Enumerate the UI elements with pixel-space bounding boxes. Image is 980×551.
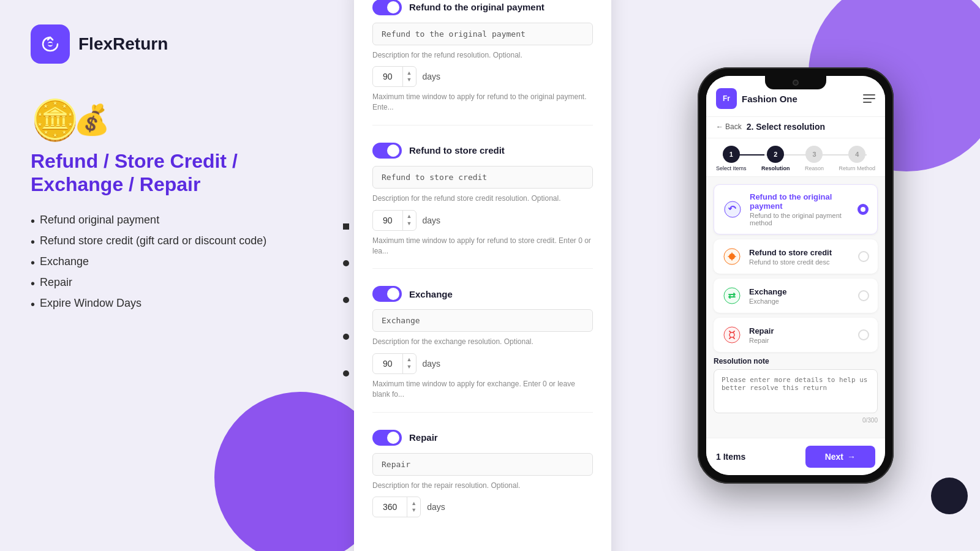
input-store-credit[interactable] (372, 166, 593, 189)
days-input-refund[interactable]: 90 ▲ ▼ (372, 66, 417, 87)
days-input-store-credit[interactable]: 90 ▲ ▼ (372, 210, 417, 231)
radio-refund-original[interactable] (858, 204, 869, 215)
svg-point-3 (725, 201, 741, 217)
section-exchange: Exchange Description for the exchange re… (372, 286, 593, 412)
note-label: Resolution note (714, 357, 878, 365)
phone-screen: Fr Fashion One ← Back (706, 76, 885, 475)
option-store-credit[interactable]: Refund to store credit Refund to store c… (714, 239, 878, 274)
step-label-2: Resolution (761, 165, 790, 171)
hamburger-line (863, 94, 875, 96)
days-label: days (423, 216, 441, 225)
days-row-store-credit: 90 ▲ ▼ days (372, 210, 593, 231)
input-exchange[interactable] (372, 309, 593, 332)
option-repair[interactable]: Repair Repair (714, 318, 878, 352)
feature-icon: 🪙 💰 (31, 100, 312, 140)
input-refund-original[interactable] (372, 23, 593, 45)
exchange-icon (722, 286, 742, 305)
radio-store-credit[interactable] (858, 251, 869, 262)
section-refund-original: Refund to the original payment Descripti… (372, 0, 593, 126)
days-desc-refund: Maximum time window to apply for refund … (372, 92, 593, 113)
radio-exchange[interactable] (858, 290, 869, 301)
toggle-exchange-label: Exchange (409, 289, 453, 299)
toggle-exchange[interactable] (372, 286, 402, 302)
step-label-4: Return Method (839, 165, 875, 171)
step-return-method[interactable]: 4 Return Method (839, 146, 875, 171)
toggle-repair[interactable] (372, 430, 402, 446)
svg-point-5 (729, 253, 735, 260)
right-panel: Fr Fashion One ← Back (611, 0, 980, 551)
option-text-repair: Repair Repair (749, 326, 851, 344)
step-resolution[interactable]: 2 Resolution (761, 146, 790, 171)
arrow-down[interactable]: ▼ (407, 220, 412, 228)
page-title: 2. Select resolution (747, 122, 825, 132)
toggle-store-credit[interactable] (372, 143, 402, 159)
arrow-down[interactable]: ▼ (411, 507, 417, 514)
back-button[interactable]: ← Back (716, 122, 742, 131)
toggle-row-exchange: Exchange (372, 286, 593, 302)
option-title-exchange: Exchange (749, 287, 851, 296)
coin-dollar-icon: 💰 (74, 105, 110, 135)
list-item: Refund original payment (31, 214, 312, 228)
input-repair[interactable] (372, 453, 593, 476)
step-select-items[interactable]: 1 Select Items (716, 146, 747, 171)
step-circle-2: 2 (767, 146, 784, 163)
middle-panel: Refund to the original payment Descripti… (354, 0, 611, 551)
arrow-up[interactable]: ▲ (407, 70, 412, 77)
days-value-exchange: 90 (373, 354, 403, 373)
list-item: Expire Window Days (31, 297, 312, 312)
step-circle-3: 3 (805, 146, 823, 163)
days-value-store-credit: 90 (373, 211, 403, 230)
hamburger-line (863, 102, 872, 103)
days-arrows-refund[interactable]: ▲ ▼ (403, 70, 416, 84)
back-label: Back (725, 122, 742, 131)
radio-repair[interactable] (858, 329, 869, 340)
option-title-store-credit: Refund to store credit (749, 248, 851, 257)
items-count: 1 Items (716, 452, 745, 462)
next-button[interactable]: Next → (805, 446, 875, 468)
phone-brand-name: Fashion One (742, 94, 797, 104)
days-input-repair[interactable]: 360 ▲ ▼ (372, 497, 421, 517)
svg-rect-2 (48, 43, 53, 45)
days-label: days (423, 359, 441, 369)
arrow-down[interactable]: ▼ (407, 364, 412, 371)
days-arrows-repair[interactable]: ▲ ▼ (407, 500, 420, 514)
back-arrow-icon: ← (716, 122, 723, 131)
step-label-3: Reason (805, 165, 824, 171)
svg-point-7 (724, 327, 740, 343)
option-text-refund: Refund to the original payment Refund to… (750, 192, 850, 227)
option-exchange[interactable]: Exchange Exchange (714, 279, 878, 313)
section-store-credit: Refund to store credit Description for t… (372, 143, 593, 269)
option-text-exchange: Exchange Exchange (749, 287, 851, 305)
bullet-dot (343, 297, 349, 303)
toggle-row-store-credit: Refund to store credit (372, 143, 593, 159)
bullet-dot (343, 370, 349, 377)
days-arrows-exchange[interactable]: ▲ ▼ (403, 356, 416, 370)
toggle-refund-original[interactable] (372, 0, 402, 15)
arrow-up[interactable]: ▲ (411, 500, 417, 508)
store-credit-icon (722, 247, 742, 266)
days-value-refund: 90 (373, 67, 403, 86)
bullet-dot (343, 260, 349, 266)
phone-logo-area: Fr Fashion One (716, 88, 797, 109)
logo-icon (31, 24, 70, 64)
days-arrows-store-credit[interactable]: ▲ ▼ (403, 213, 416, 227)
days-input-exchange[interactable]: 90 ▲ ▼ (372, 353, 417, 374)
hamburger-menu[interactable] (863, 94, 875, 103)
arrow-down[interactable]: ▼ (407, 77, 412, 84)
days-row-repair: 360 ▲ ▼ days (372, 497, 593, 517)
option-text-store-credit: Refund to store credit Refund to store c… (749, 248, 851, 266)
note-textarea[interactable] (714, 369, 878, 413)
days-desc-exchange: Maximum time window to apply for exchang… (372, 379, 593, 400)
option-refund-original[interactable]: Refund to the original payment Refund to… (714, 184, 878, 234)
camera-dot (793, 80, 799, 86)
toggle-refund-label: Refund to the original payment (409, 2, 545, 12)
arrow-up[interactable]: ▲ (407, 356, 412, 364)
days-label: days (427, 502, 445, 512)
list-item: Refund store credit (gift card or discou… (31, 234, 312, 249)
phone-notch (765, 76, 826, 89)
feature-list: Refund original payment Refund store cre… (31, 214, 312, 312)
desc-repair: Description for the repair resolution. O… (372, 481, 593, 491)
hamburger-line (863, 98, 875, 99)
arrow-up[interactable]: ▲ (407, 213, 412, 220)
step-reason[interactable]: 3 Reason (805, 146, 824, 171)
